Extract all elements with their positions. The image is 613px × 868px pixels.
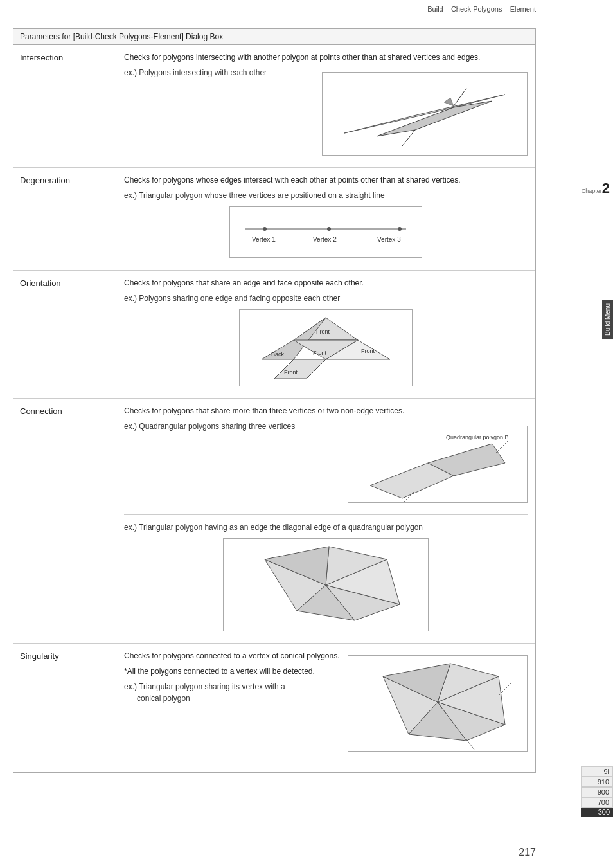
chapter-number: 2 [602,180,610,196]
svg-text:Vertex 3: Vertex 3 [377,236,401,243]
row-connection: Connection Checks for polygons that shar… [13,399,535,644]
indicator-300: 300 [581,808,613,817]
connection-diagram1: Quadrangular polygon B Quadrangular poly… [348,426,528,503]
singularity-diagram [348,655,528,752]
svg-text:Front: Front [284,369,298,375]
connection-example1-block: Quadrangular polygon B Quadrangular poly… [124,420,528,508]
param-desc-orientation: Checks for polygons that share an edge a… [116,271,535,398]
chapter-label: Chapter [582,188,602,194]
orientation-description: Checks for polygons that share an edge a… [124,277,528,289]
intersection-svg [325,75,524,152]
svg-text:Back: Back [271,351,285,357]
orientation-diagram: Front Back Front Front Front [239,309,413,386]
right-sidebar: Chapter2 Build Menu [549,0,613,868]
degeneration-description: Checks for polygons whose edges intersec… [124,174,528,186]
svg-marker-1 [377,101,492,136]
row-degeneration: Degeneration Checks for polygons whose e… [13,168,535,271]
svg-text:Vertex 1: Vertex 1 [252,236,276,243]
degeneration-svg: Vertex 1 Vertex 2 Vertex 3 [233,210,419,255]
svg-point-8 [398,227,402,231]
singularity-svg [351,657,524,750]
svg-text:Vertex 2: Vertex 2 [313,236,337,243]
svg-line-41 [466,739,476,750]
svg-line-24 [495,440,508,453]
indicator-9i: 9i [581,766,613,777]
row-orientation: Orientation Checks for polygons that sha… [13,271,535,399]
svg-text:Quadrangular polygon B: Quadrangular polygon B [446,434,509,440]
param-desc-connection: Checks for polygons that share more than… [116,399,535,643]
connection-svg2 [226,540,425,630]
svg-point-6 [263,227,267,231]
param-name-orientation: Orientation [13,271,116,398]
svg-marker-20 [274,359,326,379]
param-desc-singularity: Checks for polygons connected to a verte… [116,644,535,772]
table-header: Parameters for [Build-Check Polygons-Ele… [13,29,535,45]
svg-text:Front: Front [361,348,375,354]
svg-line-2 [454,88,466,106]
row-intersection: Intersection Checks for polygons interse… [13,45,535,168]
svg-marker-0 [344,95,505,133]
breadcrumb: Build – Check Polygons – Element [0,0,613,15]
svg-text:Front: Front [313,350,327,356]
param-name-connection: Connection [13,399,116,643]
indicator-900: 900 [581,787,613,797]
build-menu-label: Build Menu [602,300,613,339]
connection-diagram2 [223,538,429,631]
chapter-badge: Chapter2 [582,180,613,197]
degeneration-diagram: Vertex 1 Vertex 2 Vertex 3 [229,206,422,258]
page-indicators: 9i 910 900 700 300 [581,766,613,817]
param-desc-degeneration: Checks for polygons whose edges intersec… [116,168,535,270]
parameters-table: Parameters for [Build-Check Polygons-Ele… [13,28,536,773]
param-desc-intersection: Checks for polygons intersecting with an… [116,45,535,167]
intersection-description: Checks for polygons intersecting with an… [124,51,528,63]
svg-point-7 [327,227,331,231]
param-name-singularity: Singularity [13,644,116,772]
orientation-example: ex.) Polygons sharing one edge and facin… [124,293,528,304]
param-name-degeneration: Degeneration [13,168,116,270]
main-content: Parameters for [Build-Check Polygons-Ele… [13,28,536,773]
svg-text:Front: Front [316,329,330,335]
svg-marker-4 [444,98,454,106]
connection-example2-block: ex.) Triangular polygon having as an edg… [124,514,528,631]
orientation-svg: Front Back Front Front Front [242,311,409,385]
row-singularity: Singularity Che [13,644,535,772]
degeneration-example: ex.) Triangular polygon whose three vert… [124,190,528,201]
connection-svg1: Quadrangular polygon B Quadrangular poly… [351,428,524,502]
param-name-intersection: Intersection [13,45,116,167]
connection-description: Checks for polygons that share more than… [124,405,528,417]
indicator-700: 700 [581,797,613,808]
indicator-910: 910 [581,777,613,787]
page-number: 217 [519,847,536,858]
intersection-diagram [322,72,528,156]
svg-line-3 [402,130,415,146]
connection-example2: ex.) Triangular polygon having as an edg… [124,521,528,533]
